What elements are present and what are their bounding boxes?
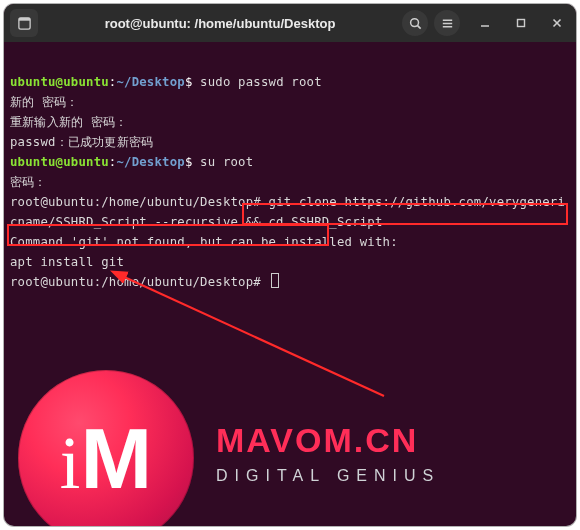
prompt-cwd: ~/Desktop (116, 75, 184, 89)
logo-text: iM (60, 415, 153, 501)
close-button[interactable] (544, 10, 570, 36)
terminal-window: root@ubuntu: /home/ubuntu/Desktop ubuntu… (4, 4, 576, 526)
svg-rect-8 (518, 20, 525, 27)
root-prompt: root@ubuntu:/home/ubuntu/Desktop# (10, 275, 261, 289)
prompt-sym: $ (185, 75, 193, 89)
terminal-body[interactable]: ubuntu@ubuntu:~/Desktop$ sudo passwd roo… (4, 42, 576, 526)
window-controls (472, 10, 570, 36)
watermark: iM MAVOM.CN DIGITAL GENIUS (18, 370, 440, 526)
out-passwd-ok: passwd：已成功更新密码 (10, 135, 153, 149)
new-tab-button[interactable] (10, 9, 38, 37)
watermark-text: MAVOM.CN DIGITAL GENIUS (216, 430, 440, 486)
search-icon (408, 16, 423, 31)
window-title: root@ubuntu: /home/ubuntu/Desktop (44, 16, 396, 31)
maximize-button[interactable] (508, 10, 534, 36)
out-apt-install: apt install git (10, 255, 124, 269)
out-password-prompt: 密码： (10, 175, 47, 189)
out-new-password: 新的 密码： (10, 95, 79, 109)
watermark-logo: iM (18, 370, 194, 526)
logo-i: i (60, 453, 81, 473)
root-prompt: root@ubuntu:/home/ubuntu/Desktop# (10, 195, 261, 209)
out-git-not-found: Command 'git' not found, but can be inst… (10, 235, 398, 249)
cmd-su-root: su root (193, 155, 254, 169)
menu-button[interactable] (434, 10, 460, 36)
prompt-sym: $ (185, 155, 193, 169)
brand-name: MAVOM.CN (216, 430, 440, 450)
search-button[interactable] (402, 10, 428, 36)
cmd-sudo-passwd: sudo passwd root (193, 75, 322, 89)
out-retype-password: 重新输入新的 密码： (10, 115, 127, 129)
svg-rect-1 (18, 17, 29, 20)
cursor (271, 273, 279, 288)
hamburger-icon (440, 16, 455, 31)
terminal-icon (17, 16, 32, 31)
svg-line-3 (417, 25, 420, 28)
brand-tagline: DIGITAL GENIUS (216, 466, 440, 486)
minimize-button[interactable] (472, 10, 498, 36)
logo-m: M (80, 415, 152, 501)
prompt-user: ubuntu@ubuntu (10, 75, 109, 89)
prompt-cwd: ~/Desktop (116, 155, 184, 169)
maximize-icon (515, 17, 527, 29)
minimize-icon (479, 17, 491, 29)
titlebar: root@ubuntu: /home/ubuntu/Desktop (4, 4, 576, 42)
prompt-user: ubuntu@ubuntu (10, 155, 109, 169)
close-icon (551, 17, 563, 29)
svg-point-2 (410, 18, 418, 26)
